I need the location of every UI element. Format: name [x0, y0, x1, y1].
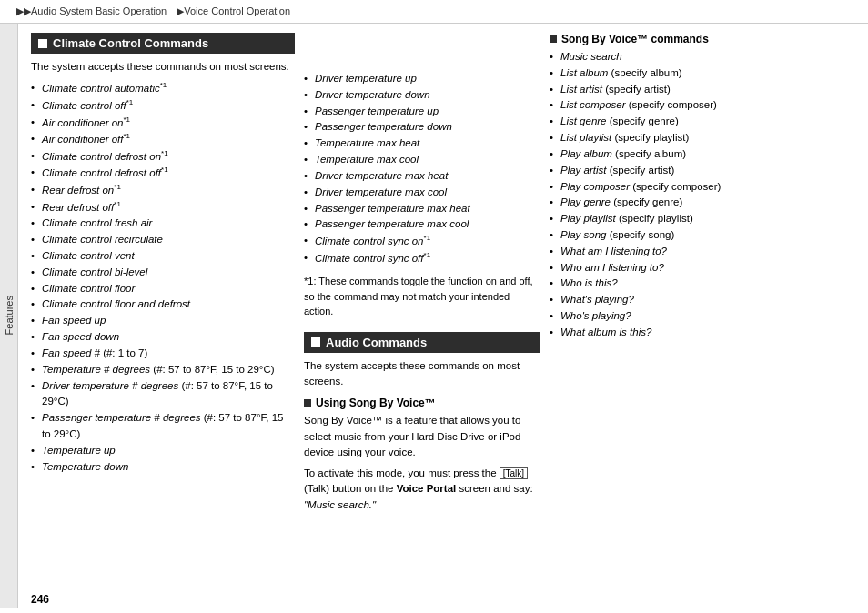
list-item: Air conditioner off*1 — [31, 131, 295, 148]
list-item: Driver temperature up — [304, 71, 540, 87]
list-item: Climate control sync off*1 — [304, 250, 540, 267]
audio-intro: The system accepts these commands on mos… — [304, 358, 540, 390]
list-item: Climate control off*1 — [31, 97, 295, 115]
list-item: What's playing? — [550, 292, 855, 308]
list-item: Rear defrost on*1 — [31, 182, 295, 199]
list-item: Play composer (specify composer) — [550, 179, 855, 196]
audio-header-label: Audio Commands — [326, 336, 427, 349]
list-item: Music search — [550, 49, 855, 65]
list-item: Climate control defrost on*1 — [31, 148, 295, 166]
list-item: Climate control floor — [31, 281, 295, 297]
climate-column: Climate Control Commands The system acce… — [31, 33, 295, 600]
list-item: Climate control fresh air — [31, 216, 295, 232]
audio-header: Audio Commands — [304, 332, 540, 353]
climate-list-cont: Driver temperature up Driver temperature… — [304, 71, 540, 266]
list-item: What album is this? — [550, 325, 855, 341]
list-item: List composer (specify composer) — [550, 97, 855, 114]
list-item: Climate control sync on*1 — [304, 233, 540, 250]
song-by-voice-desc1: Song By Voice™ is a feature that allows … — [304, 413, 540, 460]
song-by-voice-subheader: Using Song By Voice™ — [304, 397, 540, 409]
climate-footnote: *1: These commands toggle the function o… — [304, 274, 540, 319]
list-item: Climate control floor and defrost — [31, 296, 295, 313]
breadcrumb-text: ▶▶Audio System Basic Operation — [16, 5, 167, 16]
breadcrumb-text2: ▶Voice Control Operation — [177, 5, 290, 16]
list-item: Temperature max cool — [304, 152, 540, 168]
list-item: Play album (specify album) — [550, 146, 855, 163]
sidebar-tab: Features — [0, 24, 18, 608]
list-item: Who is this? — [550, 276, 855, 292]
list-item: Play artist (specify artist) — [550, 163, 855, 179]
list-item: Passenger temperature down — [304, 119, 540, 136]
list-item: Passenger temperature max heat — [304, 201, 540, 217]
list-item: Who am I listening to? — [550, 260, 855, 276]
list-item: Driver temperature max heat — [304, 168, 540, 185]
climate-header: Climate Control Commands — [31, 33, 295, 54]
list-item: Passenger temperature up — [304, 104, 540, 120]
list-item: Temperature max heat — [304, 136, 540, 152]
right-column: Song By Voice™ commands Music search Lis… — [550, 33, 855, 600]
list-item: Driver temperature max cool — [304, 185, 540, 201]
sbv-commands-icon — [550, 35, 557, 43]
audio-header-icon — [311, 337, 320, 347]
list-item: List album (specify album) — [550, 65, 855, 82]
sbv-commands-list: Music search List album (specify album) … — [550, 49, 855, 341]
list-item: What am I listening to? — [550, 244, 855, 260]
sidebar-label: Features — [4, 296, 15, 335]
climate-intro: The system accepts these commands on mos… — [31, 59, 295, 75]
list-item: Driver temperature # degrees (#: 57 to 8… — [31, 378, 295, 411]
list-item: Climate control recirculate — [31, 232, 295, 248]
climate-header-icon — [38, 39, 47, 48]
subheader-label: Using Song By Voice™ — [316, 397, 436, 409]
breadcrumb-bar: ▶▶Audio System Basic Operation ▶Voice Co… — [0, 0, 868, 24]
list-item: Air conditioner on*1 — [31, 115, 295, 132]
song-by-voice-commands-header: Song By Voice™ commands — [550, 33, 855, 45]
middle-column: Driver temperature up Driver temperature… — [304, 33, 540, 600]
list-item: Passenger temperature # degrees (#: 57 t… — [31, 410, 295, 443]
subheader-icon — [304, 399, 311, 407]
list-item: Play playlist (specify playlist) — [550, 211, 855, 227]
song-by-voice-desc2: To activate this mode, you must press th… — [304, 466, 540, 513]
list-item: Fan speed up — [31, 313, 295, 329]
list-item: Temperature up — [31, 443, 295, 459]
sbv-commands-label: Song By Voice™ commands — [561, 33, 709, 45]
climate-list: Climate control automatic*1 Climate cont… — [31, 80, 295, 475]
list-item: Fan speed # (#: 1 to 7) — [31, 346, 295, 362]
list-item: Climate control defrost off*1 — [31, 165, 295, 182]
list-item: Who's playing? — [550, 308, 855, 325]
list-item: Climate control vent — [31, 248, 295, 265]
list-item: Climate control automatic*1 — [31, 80, 295, 97]
list-item: List artist (specify artist) — [550, 82, 855, 98]
page-number: 246 — [31, 593, 49, 606]
list-item: Passenger temperature max cool — [304, 216, 540, 233]
list-item: Fan speed down — [31, 329, 295, 346]
list-item: Play genre (specify genre) — [550, 195, 855, 211]
list-item: Rear defrost off*1 — [31, 199, 295, 216]
list-item: Climate control bi-level — [31, 265, 295, 281]
list-item: Driver temperature down — [304, 87, 540, 104]
list-item: List genre (specify genre) — [550, 114, 855, 130]
list-item: List playlist (specify playlist) — [550, 130, 855, 146]
climate-header-label: Climate Control Commands — [53, 36, 208, 50]
list-item: Play song (specify song) — [550, 227, 855, 244]
list-item: Temperature down — [31, 459, 295, 476]
list-item: Temperature # degrees (#: 57 to 87°F, 15… — [31, 362, 295, 378]
